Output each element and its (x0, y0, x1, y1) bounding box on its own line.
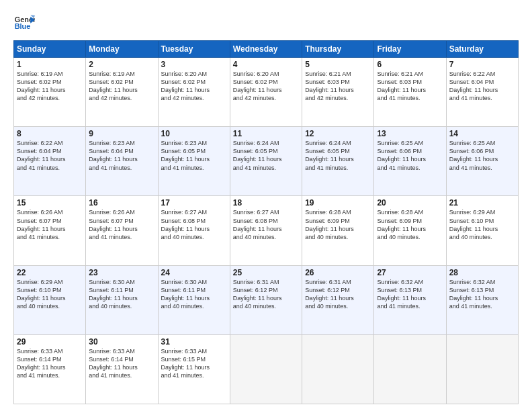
calendar-cell (230, 334, 302, 404)
calendar-table: SundayMondayTuesdayWednesdayThursdayFrid… (13, 40, 519, 404)
day-number: 11 (233, 129, 299, 138)
calendar-cell: 2Sunrise: 6:19 AMSunset: 6:02 PMDaylight… (86, 58, 158, 127)
calendar-cell: 5Sunrise: 6:21 AMSunset: 6:03 PMDaylight… (302, 58, 374, 127)
day-of-week-tuesday: Tuesday (158, 41, 230, 58)
day-info: Sunrise: 6:33 AMSunset: 6:14 PMDaylight:… (89, 347, 154, 380)
day-number: 28 (449, 268, 515, 277)
day-number: 2 (89, 60, 154, 69)
day-number: 27 (377, 268, 443, 277)
calendar-cell: 3Sunrise: 6:20 AMSunset: 6:02 PMDaylight… (158, 58, 230, 127)
day-info: Sunrise: 6:33 AMSunset: 6:14 PMDaylight:… (17, 347, 83, 380)
day-info: Sunrise: 6:30 AMSunset: 6:11 PMDaylight:… (89, 278, 154, 311)
day-of-week-friday: Friday (374, 41, 446, 58)
day-number: 20 (377, 198, 443, 208)
day-number: 3 (161, 60, 227, 69)
day-info: Sunrise: 6:31 AMSunset: 6:12 PMDaylight:… (305, 278, 371, 311)
day-info: Sunrise: 6:20 AMSunset: 6:02 PMDaylight:… (233, 70, 299, 103)
day-of-week-saturday: Saturday (446, 41, 518, 58)
calendar-cell: 13Sunrise: 6:25 AMSunset: 6:06 PMDayligh… (374, 127, 446, 196)
logo-icon: General Blue (13, 12, 35, 34)
day-info: Sunrise: 6:19 AMSunset: 6:02 PMDaylight:… (17, 70, 83, 103)
day-of-week-thursday: Thursday (302, 41, 374, 58)
day-info: Sunrise: 6:24 AMSunset: 6:05 PMDaylight:… (233, 139, 299, 172)
day-number: 8 (17, 129, 83, 138)
calendar-cell: 22Sunrise: 6:29 AMSunset: 6:10 PMDayligh… (14, 265, 86, 334)
calendar-cell: 9Sunrise: 6:23 AMSunset: 6:04 PMDaylight… (86, 127, 158, 196)
day-of-week-monday: Monday (86, 41, 158, 58)
calendar-cell: 12Sunrise: 6:24 AMSunset: 6:05 PMDayligh… (302, 127, 374, 196)
calendar-cell: 8Sunrise: 6:22 AMSunset: 6:04 PMDaylight… (14, 127, 86, 196)
day-number: 10 (161, 129, 227, 138)
calendar-body: 1Sunrise: 6:19 AMSunset: 6:02 PMDaylight… (14, 58, 519, 404)
day-number: 7 (449, 60, 515, 69)
day-info: Sunrise: 6:29 AMSunset: 6:10 PMDaylight:… (449, 208, 515, 241)
calendar-cell: 7Sunrise: 6:22 AMSunset: 6:04 PMDaylight… (446, 58, 518, 127)
day-info: Sunrise: 6:33 AMSunset: 6:15 PMDaylight:… (161, 347, 227, 380)
day-number: 29 (17, 337, 83, 347)
day-number: 16 (89, 198, 154, 208)
calendar-cell: 6Sunrise: 6:21 AMSunset: 6:03 PMDaylight… (374, 58, 446, 127)
calendar-cell: 11Sunrise: 6:24 AMSunset: 6:05 PMDayligh… (230, 127, 302, 196)
calendar-page: General Blue SundayMondayTuesdayWednesda… (0, 0, 532, 411)
calendar-cell: 25Sunrise: 6:31 AMSunset: 6:12 PMDayligh… (230, 265, 302, 334)
calendar-cell: 19Sunrise: 6:28 AMSunset: 6:09 PMDayligh… (302, 196, 374, 265)
calendar-cell: 28Sunrise: 6:32 AMSunset: 6:13 PMDayligh… (446, 265, 518, 334)
day-number: 22 (17, 268, 83, 277)
day-number: 19 (305, 198, 371, 208)
calendar-cell: 29Sunrise: 6:33 AMSunset: 6:14 PMDayligh… (14, 334, 86, 404)
day-info: Sunrise: 6:28 AMSunset: 6:09 PMDaylight:… (377, 208, 443, 241)
day-number: 18 (233, 198, 299, 208)
day-info: Sunrise: 6:21 AMSunset: 6:03 PMDaylight:… (377, 70, 443, 103)
day-info: Sunrise: 6:24 AMSunset: 6:05 PMDaylight:… (305, 139, 371, 172)
day-info: Sunrise: 6:20 AMSunset: 6:02 PMDaylight:… (161, 70, 227, 103)
calendar-cell: 27Sunrise: 6:32 AMSunset: 6:13 PMDayligh… (374, 265, 446, 334)
day-info: Sunrise: 6:30 AMSunset: 6:11 PMDaylight:… (161, 278, 227, 311)
calendar-cell: 4Sunrise: 6:20 AMSunset: 6:02 PMDaylight… (230, 58, 302, 127)
calendar-cell: 21Sunrise: 6:29 AMSunset: 6:10 PMDayligh… (446, 196, 518, 265)
day-info: Sunrise: 6:29 AMSunset: 6:10 PMDaylight:… (17, 278, 83, 311)
day-info: Sunrise: 6:27 AMSunset: 6:08 PMDaylight:… (233, 208, 299, 241)
day-number: 31 (161, 337, 227, 347)
day-number: 13 (377, 129, 443, 138)
day-number: 1 (17, 60, 83, 69)
calendar-cell: 26Sunrise: 6:31 AMSunset: 6:12 PMDayligh… (302, 265, 374, 334)
calendar-cell: 17Sunrise: 6:27 AMSunset: 6:08 PMDayligh… (158, 196, 230, 265)
day-info: Sunrise: 6:26 AMSunset: 6:07 PMDaylight:… (17, 208, 83, 241)
calendar-cell: 20Sunrise: 6:28 AMSunset: 6:09 PMDayligh… (374, 196, 446, 265)
calendar-cell: 31Sunrise: 6:33 AMSunset: 6:15 PMDayligh… (158, 334, 230, 404)
day-number: 17 (161, 198, 227, 208)
day-number: 30 (89, 337, 154, 347)
calendar-cell: 18Sunrise: 6:27 AMSunset: 6:08 PMDayligh… (230, 196, 302, 265)
header: General Blue (13, 12, 519, 34)
day-number: 4 (233, 60, 299, 69)
calendar-cell: 23Sunrise: 6:30 AMSunset: 6:11 PMDayligh… (86, 265, 158, 334)
day-number: 15 (17, 198, 83, 208)
svg-text:Blue: Blue (15, 22, 31, 30)
day-info: Sunrise: 6:23 AMSunset: 6:04 PMDaylight:… (89, 139, 154, 172)
calendar-cell: 24Sunrise: 6:30 AMSunset: 6:11 PMDayligh… (158, 265, 230, 334)
day-number: 23 (89, 268, 154, 277)
logo: General Blue (13, 12, 35, 34)
day-number: 6 (377, 60, 443, 69)
calendar-cell (302, 334, 374, 404)
day-of-week-wednesday: Wednesday (230, 41, 302, 58)
day-info: Sunrise: 6:22 AMSunset: 6:04 PMDaylight:… (449, 70, 515, 103)
day-info: Sunrise: 6:26 AMSunset: 6:07 PMDaylight:… (89, 208, 154, 241)
calendar-cell (446, 334, 518, 404)
calendar-cell (374, 334, 446, 404)
day-info: Sunrise: 6:19 AMSunset: 6:02 PMDaylight:… (89, 70, 154, 103)
calendar-cell: 10Sunrise: 6:23 AMSunset: 6:05 PMDayligh… (158, 127, 230, 196)
calendar-cell: 14Sunrise: 6:25 AMSunset: 6:06 PMDayligh… (446, 127, 518, 196)
day-info: Sunrise: 6:25 AMSunset: 6:06 PMDaylight:… (377, 139, 443, 172)
calendar-cell: 16Sunrise: 6:26 AMSunset: 6:07 PMDayligh… (86, 196, 158, 265)
day-info: Sunrise: 6:27 AMSunset: 6:08 PMDaylight:… (161, 208, 227, 241)
day-info: Sunrise: 6:23 AMSunset: 6:05 PMDaylight:… (161, 139, 227, 172)
day-number: 14 (449, 129, 515, 138)
calendar-cell: 1Sunrise: 6:19 AMSunset: 6:02 PMDaylight… (14, 58, 86, 127)
day-number: 25 (233, 268, 299, 277)
day-info: Sunrise: 6:25 AMSunset: 6:06 PMDaylight:… (449, 139, 515, 172)
day-number: 5 (305, 60, 371, 69)
day-number: 21 (449, 198, 515, 208)
day-info: Sunrise: 6:28 AMSunset: 6:09 PMDaylight:… (305, 208, 371, 241)
day-info: Sunrise: 6:32 AMSunset: 6:13 PMDaylight:… (449, 278, 515, 311)
